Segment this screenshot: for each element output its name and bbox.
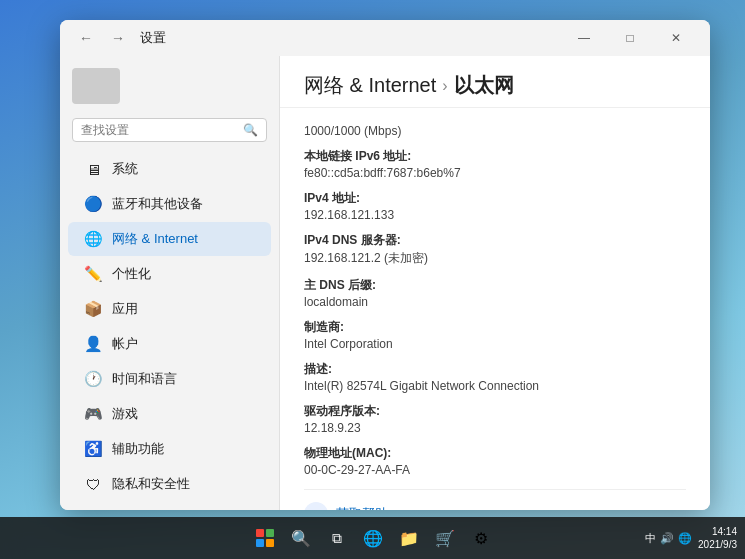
driver-row: 驱动程序版本: 12.18.9.23 [304, 403, 686, 435]
description-value: Intel(R) 82574L Gigabit Network Connecti… [304, 379, 686, 393]
sidebar-item-network[interactable]: 🌐网络 & Internet [68, 222, 271, 256]
sys-tray: 中 🔊 🌐 [645, 531, 692, 546]
description-label: 描述: [304, 361, 686, 378]
sidebar-item-gaming[interactable]: 🎮游戏 [68, 397, 271, 431]
windows-logo [256, 529, 274, 547]
close-button[interactable]: ✕ [654, 24, 698, 52]
manufacturer-row: 制造商: Intel Corporation [304, 319, 686, 351]
language-indicator: 中 [645, 531, 656, 546]
sidebar-item-privacy[interactable]: 🛡隐私和安全性 [68, 467, 271, 501]
taskbar: 🔍 ⧉ 🌐 📁 🛒 ⚙ 中 🔊 🌐 14:14 2021/9/3 [0, 517, 745, 559]
dns-row: IPv4 DNS 服务器: 192.168.121.2 (未加密) [304, 232, 686, 267]
mac-row: 物理地址(MAC): 00-0C-29-27-AA-FA [304, 445, 686, 477]
help-icon: ? [304, 502, 328, 510]
title-bar: ← → 设置 — □ ✕ [60, 20, 710, 56]
sidebar-label-personalization: 个性化 [112, 265, 151, 283]
content-area: 🔍 🖥系统🔵蓝牙和其他设备🌐网络 & Internet✏️个性化📦应用👤帐户🕐时… [60, 56, 710, 510]
dns-label: IPv4 DNS 服务器: [304, 232, 686, 249]
sidebar-item-bluetooth[interactable]: 🔵蓝牙和其他设备 [68, 187, 271, 221]
forward-button[interactable]: → [104, 24, 132, 52]
taskbar-center: 🔍 ⧉ 🌐 📁 🛒 ⚙ [249, 522, 497, 554]
detail-content: 1000/1000 (Mbps) 本地链接 IPv6 地址: fe80::cd5… [280, 108, 710, 510]
speed-value: 1000/1000 (Mbps) [304, 124, 401, 138]
sidebar-label-accounts: 帐户 [112, 335, 138, 353]
logo-sq-4 [266, 539, 274, 547]
time-display: 14:14 [712, 525, 737, 538]
ipv6-value: fe80::cd5a:bdff:7687:b6eb%7 [304, 166, 686, 180]
dns-value: 192.168.121.2 (未加密) [304, 250, 686, 267]
start-button[interactable] [249, 522, 281, 554]
avatar [72, 68, 120, 104]
sidebar-item-system[interactable]: 🖥系统 [68, 152, 271, 186]
sidebar-label-apps: 应用 [112, 300, 138, 318]
apps-icon: 📦 [84, 300, 102, 318]
sidebar-item-accessibility[interactable]: ♿辅助功能 [68, 432, 271, 466]
title-bar-left: ← → 设置 [72, 24, 166, 52]
accessibility-icon: ♿ [84, 440, 102, 458]
sidebar-label-accessibility: 辅助功能 [112, 440, 164, 458]
description-row: 描述: Intel(R) 82574L Gigabit Network Conn… [304, 361, 686, 393]
back-button[interactable]: ← [72, 24, 100, 52]
date-display: 2021/9/3 [698, 538, 737, 551]
search-box[interactable]: 🔍 [72, 118, 267, 142]
speed-row: 1000/1000 (Mbps) [304, 124, 686, 138]
breadcrumb: 网络 & Internet › 以太网 [304, 72, 686, 99]
breadcrumb-parent: 网络 & Internet [304, 72, 436, 99]
sidebar-label-gaming: 游戏 [112, 405, 138, 423]
store-taskbar-icon[interactable]: 🛒 [429, 522, 461, 554]
help-text[interactable]: 获取帮助 [336, 505, 388, 510]
gaming-icon: 🎮 [84, 405, 102, 423]
mac-value: 00-0C-29-27-AA-FA [304, 463, 686, 477]
personalization-icon: ✏️ [84, 265, 102, 283]
ipv4-row: IPv4 地址: 192.168.121.133 [304, 190, 686, 222]
breadcrumb-separator: › [442, 77, 447, 95]
sidebar-label-bluetooth: 蓝牙和其他设备 [112, 195, 203, 213]
bluetooth-icon: 🔵 [84, 195, 102, 213]
manufacturer-value: Intel Corporation [304, 337, 686, 351]
primary-dns-label: 主 DNS 后缀: [304, 277, 686, 294]
time-icon: 🕐 [84, 370, 102, 388]
logo-sq-2 [266, 529, 274, 537]
mac-label: 物理地址(MAC): [304, 445, 686, 462]
driver-value: 12.18.9.23 [304, 421, 686, 435]
privacy-icon: 🛡 [84, 475, 102, 493]
main-content: 网络 & Internet › 以太网 1000/1000 (Mbps) 本地链… [280, 56, 710, 510]
window-title: 设置 [140, 29, 166, 47]
minimize-button[interactable]: — [562, 24, 606, 52]
sidebar-label-system: 系统 [112, 160, 138, 178]
sidebar-item-accounts[interactable]: 👤帐户 [68, 327, 271, 361]
sidebar-item-personalization[interactable]: ✏️个性化 [68, 257, 271, 291]
search-input[interactable] [81, 123, 237, 137]
network-icon: 🌐 [84, 230, 102, 248]
task-view-button[interactable]: ⧉ [321, 522, 353, 554]
sidebar-nav: 🖥系统🔵蓝牙和其他设备🌐网络 & Internet✏️个性化📦应用👤帐户🕐时间和… [60, 152, 279, 510]
breadcrumb-current: 以太网 [454, 72, 514, 99]
nav-buttons: ← → [72, 24, 132, 52]
clock: 14:14 2021/9/3 [698, 525, 737, 551]
sidebar-label-time: 时间和语言 [112, 370, 177, 388]
settings-taskbar-icon[interactable]: ⚙ [465, 522, 497, 554]
sidebar-item-time[interactable]: 🕐时间和语言 [68, 362, 271, 396]
explorer-taskbar-icon[interactable]: 📁 [393, 522, 425, 554]
profile-area [60, 64, 279, 114]
accounts-icon: 👤 [84, 335, 102, 353]
settings-window: ← → 设置 — □ ✕ 🔍 [60, 20, 710, 510]
sidebar-item-apps[interactable]: 📦应用 [68, 292, 271, 326]
window-controls: — □ ✕ [562, 24, 698, 52]
primary-dns-value: localdomain [304, 295, 686, 309]
help-link[interactable]: ? 获取帮助 [304, 489, 686, 510]
maximize-button[interactable]: □ [608, 24, 652, 52]
taskbar-search-button[interactable]: 🔍 [285, 522, 317, 554]
system-icon: 🖥 [84, 160, 102, 178]
edge-taskbar-icon[interactable]: 🌐 [357, 522, 389, 554]
manufacturer-label: 制造商: [304, 319, 686, 336]
logo-sq-1 [256, 529, 264, 537]
driver-label: 驱动程序版本: [304, 403, 686, 420]
ipv4-value: 192.168.121.133 [304, 208, 686, 222]
sidebar-label-network: 网络 & Internet [112, 230, 198, 248]
primary-dns-row: 主 DNS 后缀: localdomain [304, 277, 686, 309]
ipv4-label: IPv4 地址: [304, 190, 686, 207]
ipv6-label: 本地链接 IPv6 地址: [304, 148, 686, 165]
network-icon: 🌐 [678, 532, 692, 545]
sidebar-item-update[interactable]: 🔄Windows 更新 [68, 502, 271, 510]
